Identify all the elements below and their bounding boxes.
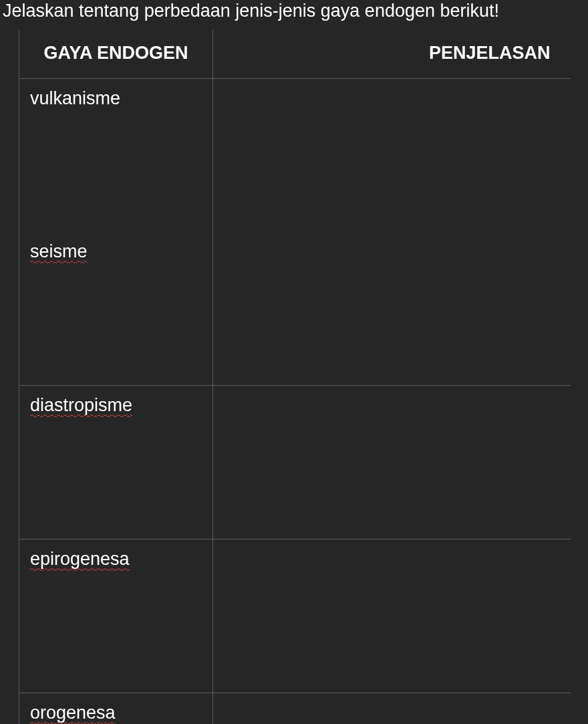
table-row: epirogenesa (19, 539, 571, 693)
explanation-cell[interactable] (213, 79, 571, 233)
explanation-cell[interactable] (213, 693, 571, 724)
term-text: epirogenesa (30, 549, 130, 570)
term-cell: seisme (19, 232, 213, 386)
term-text: seisme (30, 241, 88, 262)
term-text: diastropisme (30, 395, 132, 416)
table-header-row: GAYA ENDOGEN PENJELASAN (19, 29, 571, 79)
endogen-table: GAYA ENDOGEN PENJELASAN vulkanisme seism… (19, 29, 571, 724)
term-cell: epirogenesa (19, 539, 213, 693)
term-text: orogenesa (30, 703, 116, 723)
table-container: GAYA ENDOGEN PENJELASAN vulkanisme seism… (19, 29, 588, 724)
table-row: orogenesa (19, 693, 571, 724)
question-prompt: Jelaskan tentang perbedaan jenis-jenis g… (0, 0, 588, 29)
explanation-cell[interactable] (213, 386, 571, 539)
term-cell: orogenesa (19, 693, 213, 724)
explanation-cell[interactable] (213, 232, 571, 386)
column-header-penjelasan: PENJELASAN (213, 29, 571, 79)
table-row: vulkanisme (19, 79, 571, 233)
term-cell: vulkanisme (19, 79, 213, 233)
term-text: vulkanisme (30, 88, 120, 108)
explanation-cell[interactable] (213, 539, 571, 693)
term-cell: diastropisme (19, 386, 213, 539)
column-header-gaya-endogen: GAYA ENDOGEN (19, 29, 213, 79)
table-row: seisme (19, 232, 571, 386)
table-row: diastropisme (19, 386, 571, 539)
